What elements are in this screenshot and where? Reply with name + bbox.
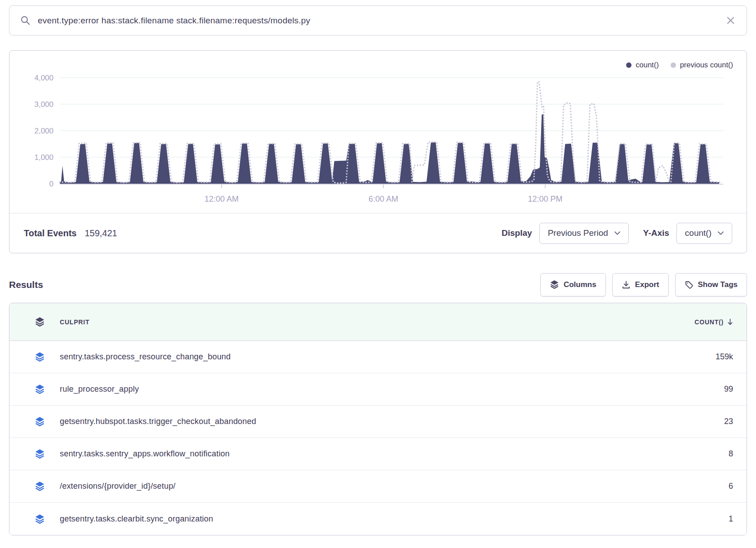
stack-icon <box>35 317 60 327</box>
svg-text:6:00 AM: 6:00 AM <box>369 194 398 203</box>
count-cell: 159k <box>716 352 733 362</box>
y-axis-label: Y-Axis <box>643 228 669 238</box>
layers-icon <box>35 416 60 427</box>
layers-icon <box>35 481 60 491</box>
count-legend-label: count() <box>636 61 658 69</box>
svg-text:4,000: 4,000 <box>34 74 53 82</box>
chart-legend: count() previous count() <box>626 61 733 69</box>
download-icon <box>622 280 631 289</box>
previous-count-legend-label: previous count() <box>680 61 733 69</box>
table-row[interactable]: sentry.tasks.process_resource_change_bou… <box>9 341 747 373</box>
layers-icon <box>35 514 60 524</box>
legend-item-count[interactable]: count() <box>626 61 658 69</box>
chevron-down-icon <box>718 231 724 235</box>
results-table: CULPRIT COUNT() sentry.tasks.process_res… <box>9 303 747 535</box>
search-icon <box>20 15 31 26</box>
table-row[interactable]: sentry.tasks.sentry_apps.workflow_notifi… <box>9 438 747 470</box>
layers-icon <box>35 449 60 459</box>
layers-icon <box>35 384 60 394</box>
count-legend-dot <box>626 62 631 68</box>
display-dropdown[interactable]: Previous Period <box>539 223 629 244</box>
events-area-chart: 01,0002,0003,0004,00012:00 AM6:00 AM12:0… <box>9 51 747 213</box>
svg-text:12:00 AM: 12:00 AM <box>205 194 239 203</box>
svg-text:1,000: 1,000 <box>34 153 53 162</box>
clear-search-icon[interactable] <box>726 16 735 25</box>
count-cell: 1 <box>729 514 733 524</box>
sort-desc-arrow-icon <box>727 318 733 326</box>
search-bar <box>9 5 747 35</box>
chart-footer: Total Events 159,421 Display Previous Pe… <box>9 213 747 253</box>
count-cell: 99 <box>724 384 733 394</box>
count-header-label: COUNT() <box>694 318 724 326</box>
culprit-cell: sentry.tasks.process_resource_change_bou… <box>60 352 716 362</box>
count-cell: 23 <box>724 417 733 426</box>
table-row[interactable]: getsentry.tasks.clearbit.sync_organizati… <box>9 503 747 535</box>
table-header-row: CULPRIT COUNT() <box>9 303 747 341</box>
previous-count-legend-dot <box>671 62 676 68</box>
culprit-cell: getsentry.hubspot.tasks.trigger_checkout… <box>60 417 724 426</box>
column-header-count[interactable]: COUNT() <box>694 318 733 326</box>
search-input[interactable] <box>38 16 719 26</box>
y-axis-dropdown-value: count() <box>685 228 712 238</box>
column-header-culprit[interactable]: CULPRIT <box>60 318 694 326</box>
show-tags-button[interactable]: Show Tags <box>675 273 747 296</box>
display-label: Display <box>502 228 532 238</box>
tag-icon <box>685 280 694 289</box>
discover-page: count() previous count() 01,0002,0003,00… <box>0 0 756 548</box>
table-row[interactable]: getsentry.hubspot.tasks.trigger_checkout… <box>9 406 747 438</box>
culprit-cell: rule_processor_apply <box>60 384 724 394</box>
culprit-cell: sentry.tasks.sentry_apps.workflow_notifi… <box>60 449 729 459</box>
count-cell: 8 <box>729 449 733 459</box>
export-button-label: Export <box>635 280 659 289</box>
stack-icon <box>550 280 559 289</box>
svg-text:0: 0 <box>49 180 53 188</box>
events-chart-panel: count() previous count() 01,0002,0003,00… <box>9 50 747 253</box>
y-axis-dropdown[interactable]: count() <box>676 223 732 244</box>
table-body: sentry.tasks.process_resource_change_bou… <box>9 341 747 535</box>
svg-text:3,000: 3,000 <box>34 100 53 109</box>
table-row[interactable]: rule_processor_apply 99 <box>9 373 747 406</box>
legend-item-previous-count[interactable]: previous count() <box>671 61 733 69</box>
results-heading: Results <box>9 279 43 290</box>
show-tags-button-label: Show Tags <box>698 280 738 289</box>
table-row[interactable]: /extensions/{provider_id}/setup/ 6 <box>9 470 747 503</box>
count-cell: 6 <box>729 482 733 491</box>
results-header: Results Columns Export <box>9 272 747 297</box>
culprit-cell: /extensions/{provider_id}/setup/ <box>60 482 729 491</box>
columns-button-label: Columns <box>564 280 596 289</box>
svg-text:2,000: 2,000 <box>34 127 53 135</box>
columns-button[interactable]: Columns <box>540 273 606 296</box>
total-events-value: 159,421 <box>84 228 117 239</box>
culprit-cell: getsentry.tasks.clearbit.sync_organizati… <box>60 514 729 524</box>
svg-text:12:00 PM: 12:00 PM <box>528 194 562 203</box>
chevron-down-icon <box>614 231 620 235</box>
display-dropdown-value: Previous Period <box>548 228 608 238</box>
layers-icon <box>35 352 60 362</box>
export-button[interactable]: Export <box>612 273 669 296</box>
total-events-label: Total Events <box>24 228 76 239</box>
